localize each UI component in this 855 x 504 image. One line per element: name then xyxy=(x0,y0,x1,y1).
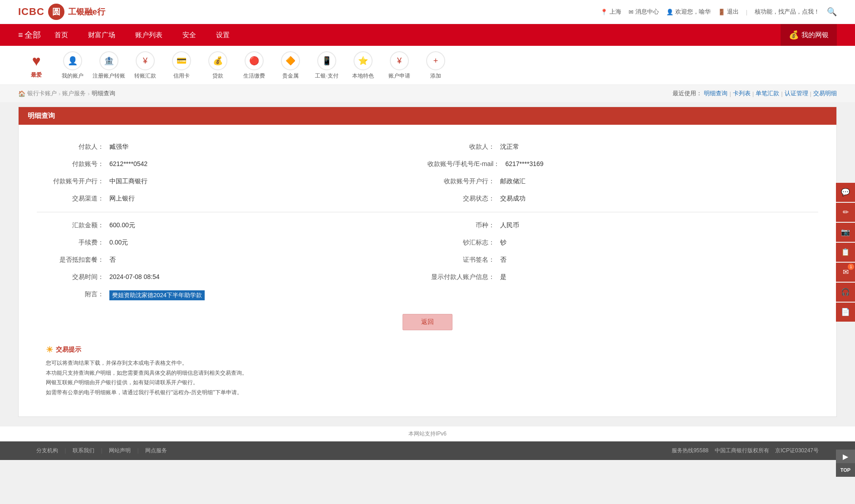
nav-item-wealth[interactable]: 财富广场 xyxy=(78,24,125,46)
icon-life-fee[interactable]: 🔴 生活缴费 xyxy=(236,51,272,80)
sender-account-label: 付款账号： xyxy=(37,160,109,168)
top-btn-area: ▶ TOP xyxy=(836,450,855,460)
icon-precious-metal[interactable]: 🔶 贵金属 xyxy=(272,51,309,80)
icon-my-account[interactable]: 👤 我的账户 xyxy=(54,51,91,80)
header-right: 📍 上海 ✉ 消息中心 👤 欢迎您，喻华 🚪 退出 | 核功能，找产品，点我！ … xyxy=(600,7,837,17)
logo-icbc: ICBC xyxy=(18,6,44,18)
show-info-label: 显示付款人账户信息： xyxy=(428,273,500,281)
divider-1 xyxy=(37,212,818,212)
icon-bar: ♥ 最爱 👤 我的账户 🏦 注册账户转账 ¥ 转账汇款 💳 信用卡 💰 贷款 🔴… xyxy=(0,46,855,85)
sender-row: 付款人： 臧强华 xyxy=(37,138,428,156)
return-btn-container: 返回 xyxy=(37,314,818,330)
remittance-row: 钞汇标志： 钞 xyxy=(428,234,818,251)
return-button[interactable]: 返回 xyxy=(403,314,452,330)
footer-link-contact[interactable]: 联系我们 xyxy=(73,447,94,455)
page-card: 明细查询 付款人： 臧强华 付款账号： 6212****0542 付款账号开户行… xyxy=(18,107,837,417)
fee-label: 手续费： xyxy=(37,239,109,247)
side-btn-headphone[interactable]: 🎧 xyxy=(836,283,855,302)
quick-link-cert-mgmt[interactable]: 认证管理 xyxy=(785,89,808,98)
currency-row: 币种： 人民币 xyxy=(428,217,818,234)
cert-value: 否 xyxy=(500,256,506,264)
remark-value: 樊姐资助沈家德2024下半年助学款 xyxy=(109,290,205,300)
detail-section-amount: 汇款金额： 600.00元 手续费： 0.00元 是否抵扣套餐： 否 交易时间：… xyxy=(37,217,818,305)
tips-item-1: 本功能只支持查询账户明细，如您需要查阅具体交易的明细信息请到相关交易查询。 xyxy=(46,368,809,378)
icon-add[interactable]: + 添加 xyxy=(418,51,454,80)
sender-value: 臧强华 xyxy=(109,143,128,151)
status-label: 交易状态： xyxy=(428,195,500,203)
nav-item-accounts[interactable]: 账户列表 xyxy=(125,24,172,46)
fee-row: 手续费： 0.00元 xyxy=(37,234,428,251)
quick-link-detail[interactable]: 明细查询 xyxy=(704,89,727,98)
receiver-row: 收款人： 沈正常 xyxy=(428,138,818,156)
receiver-bank-label: 收款账号开户行： xyxy=(428,177,500,186)
quick-link-single-remit[interactable]: 单笔汇款 xyxy=(756,89,779,98)
location-link[interactable]: 📍 上海 xyxy=(600,8,621,16)
currency-value: 人民币 xyxy=(500,221,519,230)
receiver-bank-value: 邮政储汇 xyxy=(500,177,526,186)
breadcrumb-bank-card[interactable]: 银行卡账户 xyxy=(27,89,57,98)
receiver-label: 收款人： xyxy=(428,143,500,151)
side-btn-clipboard[interactable]: 📋 xyxy=(836,243,855,262)
icon-local-feature[interactable]: ⭐ 本地特色 xyxy=(345,51,381,80)
icon-icbc-pay[interactable]: 📱 工银·支付 xyxy=(309,51,345,80)
page-title: 明细查询 xyxy=(28,112,55,120)
remittance-value: 钞 xyxy=(500,239,506,247)
quick-links: 最近使用： 明细查询 | 卡列表 | 单笔汇款 | 认证管理 | 交易明细 xyxy=(673,89,837,98)
cert-label: 证书签名： xyxy=(428,256,500,264)
sender-bank-label: 付款账号开户行： xyxy=(37,177,109,186)
footer-right: 服务热线95588 中国工商银行版权所有 京ICP证030247号 xyxy=(672,447,819,455)
receiver-value: 沈正常 xyxy=(500,143,519,151)
messages-link[interactable]: ✉ 消息中心 xyxy=(629,8,659,16)
scroll-right-btn[interactable]: ▶ xyxy=(836,450,855,460)
amount-row: 汇款金额： 600.00元 xyxy=(37,217,428,234)
channel-row: 交易渠道： 网上银行 xyxy=(37,190,428,207)
page-title-bar: 明细查询 xyxy=(19,107,836,125)
top-header: ICBC 圆 工银融e行 📍 上海 ✉ 消息中心 👤 欢迎您，喻华 🚪 退出 |… xyxy=(0,0,855,24)
side-btn-mail[interactable]: ✉ 1 xyxy=(836,263,855,282)
remittance-label: 钞汇标志： xyxy=(428,239,500,247)
sun-icon: ☀ xyxy=(46,345,53,355)
footer-main: 分支机构 ｜ 联系我们 ｜ 网站声明 ｜ 网点服务 服务热线95588 中国工商… xyxy=(0,441,855,460)
remark-label: 附言： xyxy=(37,290,109,298)
footer-link-site-notice[interactable]: 网站声明 xyxy=(109,447,131,455)
logo-area: ICBC 圆 工银融e行 xyxy=(18,4,105,20)
footer-link-branches[interactable]: 分支机构 xyxy=(36,447,58,455)
side-btn-camera[interactable]: 📷 xyxy=(836,223,855,242)
logout-link[interactable]: 🚪 退出 xyxy=(718,8,739,16)
breadcrumb-account-service[interactable]: 账户服务 xyxy=(62,89,86,98)
receiver-account-value: 6217****3169 xyxy=(505,160,543,167)
quick-link-card-list[interactable]: 卡列表 xyxy=(733,89,751,98)
footer-link-site-service[interactable]: 网点服务 xyxy=(145,447,167,455)
nav-item-settings[interactable]: 设置 xyxy=(206,24,240,46)
breadcrumb-bar: 🏠 银行卡账户 › 账户服务 › 明细查询 最近使用： 明细查询 | 卡列表 |… xyxy=(0,85,855,102)
nav-mybank[interactable]: 💰 我的网银 xyxy=(781,24,837,46)
fee-value: 0.00元 xyxy=(109,239,128,247)
icon-register-transfer[interactable]: 🏦 注册账户转账 xyxy=(91,51,127,80)
sender-bank-value: 中国工商银行 xyxy=(109,177,147,186)
footer-support: 本网站支持IPv6 xyxy=(0,426,855,441)
tips-header: ☀ 交易提示 xyxy=(46,345,809,355)
quick-link-tx-detail[interactable]: 交易明细 xyxy=(813,89,837,98)
nav-item-home[interactable]: 首页 xyxy=(44,24,78,46)
nav-item-security[interactable]: 安全 xyxy=(172,24,206,46)
icon-credit-card[interactable]: 💳 信用卡 xyxy=(163,51,200,80)
side-btn-doc[interactable]: 📄 xyxy=(836,303,855,322)
search-icon[interactable]: 🔍 xyxy=(827,7,837,17)
channel-value: 网上银行 xyxy=(109,195,135,203)
icon-account-apply[interactable]: ¥ 账户申请 xyxy=(381,51,418,80)
deduct-label: 是否抵扣套餐： xyxy=(37,256,109,264)
func-text: 核功能，找产品，点我！ xyxy=(755,8,820,16)
currency-label: 币种： xyxy=(428,221,500,230)
receiver-bank-row: 收款账号开户行： 邮政储汇 xyxy=(428,173,818,190)
side-btn-chat[interactable]: 💬 xyxy=(836,183,855,202)
side-btn-edit[interactable]: ✏ xyxy=(836,203,855,222)
icon-transfer[interactable]: ¥ 转账汇款 xyxy=(127,51,163,80)
nav-bar: ≡ 全部 首页 财富广场 账户列表 安全 设置 💰 我的网银 xyxy=(0,24,855,46)
menu-icon[interactable]: ≡ 全部 xyxy=(18,29,41,40)
receiver-account-label: 收款账号/手机号/E-mail： xyxy=(428,160,505,168)
icon-loan[interactable]: 💰 贷款 xyxy=(200,51,236,80)
cert-row: 证书签名： 否 xyxy=(428,251,818,269)
deduct-value: 否 xyxy=(109,256,116,264)
icon-fav[interactable]: ♥ 最爱 xyxy=(18,53,54,79)
sender-account-row: 付款账号： 6212****0542 xyxy=(37,156,428,173)
